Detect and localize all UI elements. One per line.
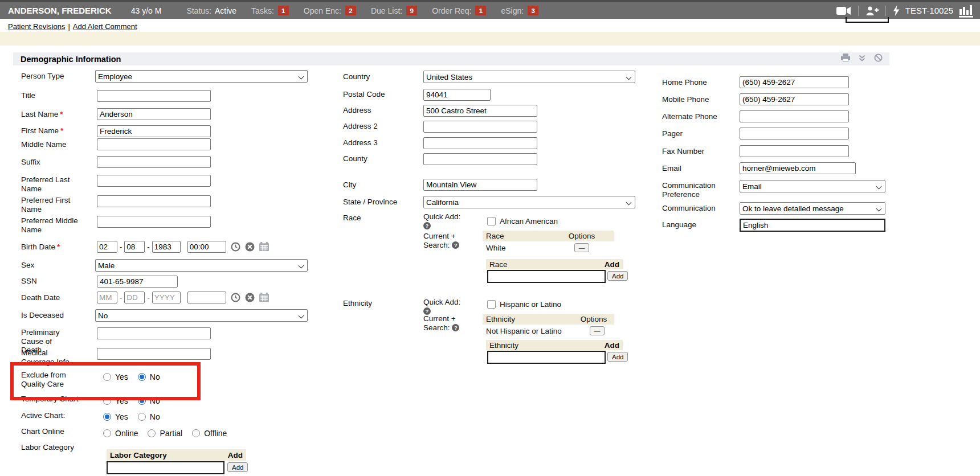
is-deceased-select-native[interactable]: No: [96, 310, 307, 321]
active-chart-no-radio[interactable]: [138, 413, 146, 421]
chart-online-online-label[interactable]: Online: [115, 429, 138, 438]
sex-select[interactable]: Male: [95, 259, 308, 272]
language-input[interactable]: [740, 219, 885, 232]
ethnicity-hispanic-checkbox[interactable]: [487, 300, 496, 309]
person-type-select[interactable]: Employee: [95, 70, 308, 83]
communication-preference-select-native[interactable]: Email: [740, 180, 885, 192]
ethnicity-remove-button[interactable]: —: [590, 326, 605, 335]
race-african-american-label[interactable]: African American: [500, 217, 558, 225]
bar-chart-icon[interactable]: [959, 4, 974, 18]
temporary-chart-no-label[interactable]: No: [150, 396, 160, 405]
clock-icon[interactable]: [231, 293, 240, 302]
country-select-native[interactable]: United States: [424, 71, 635, 83]
clear-date-icon[interactable]: [245, 293, 255, 302]
birth-year-input[interactable]: [152, 241, 181, 253]
first-name-input[interactable]: [97, 125, 211, 137]
calendar-icon[interactable]: [259, 242, 269, 252]
active-chart-yes-label[interactable]: Yes: [115, 412, 128, 421]
communication-select-native[interactable]: Ok to leave detailed message: [740, 203, 885, 214]
death-year-input[interactable]: [152, 292, 181, 303]
exclude-quality-no-label[interactable]: No: [150, 372, 160, 381]
open-enc-badge[interactable]: 2: [345, 6, 356, 15]
system-id[interactable]: TEST-10025: [905, 6, 953, 15]
due-list-badge[interactable]: 9: [406, 6, 417, 15]
birth-month-input[interactable]: [97, 241, 117, 253]
death-day-input[interactable]: [124, 292, 145, 303]
address-input[interactable]: [423, 105, 537, 117]
title-input[interactable]: [97, 90, 211, 102]
alternate-phone-input[interactable]: [740, 110, 849, 122]
exclude-quality-yes-label[interactable]: Yes: [115, 372, 128, 381]
chart-online-offline-radio[interactable]: [192, 429, 200, 437]
medical-coverage-input[interactable]: [97, 348, 211, 360]
exclude-quality-no-radio[interactable]: [138, 373, 146, 381]
active-chart-yes-radio[interactable]: [103, 413, 111, 421]
person-type-select-native[interactable]: Employee: [96, 71, 307, 82]
tasks-badge[interactable]: 1: [278, 6, 289, 15]
order-req-counter[interactable]: Order Req: 1: [432, 6, 486, 15]
home-phone-input[interactable]: [740, 76, 849, 88]
add-alert-comment-link[interactable]: Add Alert Comment: [73, 22, 137, 31]
race-african-american-checkbox[interactable]: [487, 217, 496, 225]
add-person-icon[interactable]: [865, 6, 879, 15]
video-camera-icon[interactable]: [836, 6, 851, 15]
help-icon[interactable]: ?: [423, 222, 431, 229]
ethnicity-add-button[interactable]: Add: [607, 352, 628, 362]
death-month-input[interactable]: [97, 292, 117, 303]
order-req-badge[interactable]: 1: [475, 6, 486, 15]
preferred-middle-name-input[interactable]: [97, 216, 211, 228]
temporary-chart-yes-label[interactable]: Yes: [115, 396, 128, 405]
preferred-last-name-input[interactable]: [97, 175, 211, 187]
preliminary-cause-input[interactable]: [97, 327, 211, 339]
ethnicity-add-input[interactable]: [487, 351, 606, 364]
last-name-input[interactable]: [97, 108, 211, 120]
country-select[interactable]: United States: [423, 71, 635, 83]
help-icon[interactable]: ?: [452, 324, 459, 331]
fax-number-input[interactable]: [740, 145, 849, 157]
is-deceased-select[interactable]: No: [95, 309, 308, 322]
labor-add-button[interactable]: Add: [227, 462, 248, 472]
communication-preference-select[interactable]: Email: [740, 180, 885, 192]
tasks-counter[interactable]: Tasks: 1: [251, 6, 289, 15]
mobile-phone-input[interactable]: [740, 93, 849, 105]
postal-code-input[interactable]: [423, 89, 491, 101]
open-enc-counter[interactable]: Open Enc: 2: [304, 6, 356, 15]
birth-day-input[interactable]: [124, 241, 145, 253]
address2-input[interactable]: [423, 121, 537, 133]
calendar-icon[interactable]: [259, 293, 269, 302]
chart-online-online-radio[interactable]: [103, 429, 111, 437]
race-remove-button[interactable]: —: [574, 243, 589, 252]
race-add-button[interactable]: Add: [607, 271, 628, 281]
patient-revisions-link[interactable]: Patient Revisions: [8, 22, 65, 31]
chart-online-offline-label[interactable]: Offline: [204, 429, 227, 438]
ssn-input[interactable]: [97, 276, 178, 288]
sex-select-native[interactable]: Male: [96, 260, 307, 271]
collapse-chevrons-icon[interactable]: [858, 54, 866, 64]
print-icon[interactable]: [841, 54, 850, 64]
communication-select[interactable]: Ok to leave detailed message: [740, 202, 885, 215]
county-input[interactable]: [423, 153, 537, 165]
temporary-chart-yes-radio[interactable]: [103, 397, 111, 405]
birth-time-input[interactable]: [187, 241, 226, 253]
exclude-quality-yes-radio[interactable]: [103, 373, 111, 381]
esign-badge[interactable]: 3: [528, 6, 538, 15]
clock-icon[interactable]: [231, 242, 240, 252]
ethnicity-hispanic-label[interactable]: Hispanic or Latino: [500, 300, 561, 309]
active-chart-no-label[interactable]: No: [150, 412, 160, 421]
state-province-select-native[interactable]: California: [424, 196, 635, 208]
lightning-icon[interactable]: [893, 5, 900, 16]
state-province-select[interactable]: California: [423, 196, 635, 208]
esign-counter[interactable]: eSign: 3: [501, 6, 538, 15]
address3-input[interactable]: [423, 137, 537, 149]
race-add-input[interactable]: [487, 270, 606, 283]
chart-online-partial-label[interactable]: Partial: [160, 429, 182, 438]
help-icon[interactable]: ?: [452, 241, 459, 249]
middle-name-input[interactable]: [97, 138, 211, 150]
suffix-input[interactable]: [97, 156, 211, 168]
email-input[interactable]: [740, 162, 856, 174]
chart-online-partial-radio[interactable]: [148, 429, 156, 437]
disable-section-icon[interactable]: [874, 54, 883, 64]
clear-date-icon[interactable]: [245, 242, 255, 252]
labor-category-input[interactable]: [107, 461, 224, 474]
death-time-input[interactable]: [187, 292, 226, 303]
